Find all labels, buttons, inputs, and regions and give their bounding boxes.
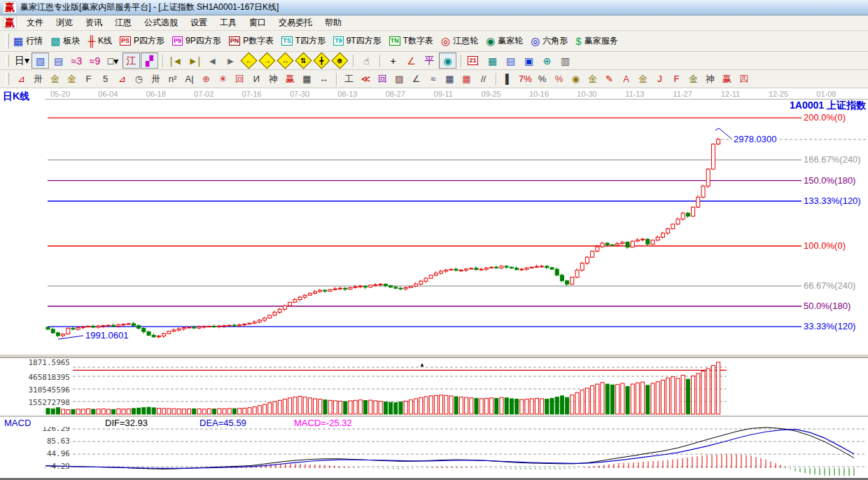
gold-circle-tool[interactable]: ◉ [568, 71, 584, 86]
line-batch-tool[interactable]: 卅 [148, 71, 164, 86]
time-cycle-tool[interactable]: ◷ [131, 71, 147, 86]
hand-tool-button[interactable]: ☝ [358, 53, 375, 69]
calendar-button[interactable]: 21 [465, 53, 483, 69]
period-day-button[interactable]: 日▾ [13, 53, 31, 69]
info-panel-button[interactable]: ▤ [50, 53, 67, 69]
percent-lines-tool[interactable]: % [551, 71, 567, 86]
gann-wheel-button[interactable]: ◎江恩轮 [441, 35, 478, 47]
memo-button[interactable]: ▤ [502, 53, 519, 69]
9p-square-button[interactable]: P99P四方形 [172, 35, 221, 47]
circle-cross-tool[interactable]: ⊕ [198, 71, 214, 86]
panel-separator[interactable] [0, 354, 868, 358]
shaded-frame-tool[interactable]: ▨ [391, 71, 407, 86]
j-angle-tool[interactable]: J [652, 71, 668, 86]
menu-item-0[interactable]: 文件 [20, 15, 50, 30]
f-lines-tool[interactable]: F [80, 71, 97, 86]
ying-angle-tool[interactable]: 赢 [719, 71, 735, 86]
angle-fan-tool[interactable]: ∠ [408, 71, 424, 86]
shen-angle-tool[interactable]: 神 [702, 71, 718, 86]
parallel-lines-tool[interactable]: // [475, 71, 491, 86]
macd-title[interactable]: MACD [4, 418, 31, 428]
gann-sheet-button[interactable]: 江 [122, 53, 140, 69]
web-update-button[interactable]: ⊕ [538, 53, 556, 69]
sectors-button[interactable]: ▩板块 [50, 35, 80, 47]
gann-tool-button[interactable]: 平 [421, 53, 438, 69]
menu-item-6[interactable]: 工具 [214, 15, 243, 30]
percent-red-tool[interactable]: 7% [517, 71, 533, 86]
calculator-button[interactable]: ▦ [484, 53, 501, 69]
wave-3-button[interactable]: ≈3 [68, 53, 85, 69]
ying-lines-tool[interactable]: 赢 [282, 71, 298, 86]
winner-service-button[interactable]: $赢家服务 [575, 35, 617, 47]
p-square-button[interactable]: PSP四方形 [120, 35, 164, 47]
t-table-button[interactable]: TNT数字表 [389, 35, 433, 47]
menu-item-7[interactable]: 窗口 [243, 15, 272, 30]
prev-bar-button[interactable]: ◄ [204, 53, 221, 69]
wave-mark-tool[interactable]: И [248, 71, 265, 86]
full-view-button[interactable]: ⊕ [331, 53, 349, 69]
purple-frame-tool[interactable]: 回 [374, 71, 391, 86]
menu-item-1[interactable]: 浏览 [50, 15, 79, 30]
n-square-tool[interactable]: n² [164, 71, 181, 86]
mirror-line-tool[interactable]: A| [181, 71, 197, 86]
gold-angle-tool[interactable]: 金 [635, 71, 651, 86]
last-bar-button[interactable]: ►| [186, 53, 203, 69]
hexagon-button[interactable]: ◎六角形 [531, 35, 568, 47]
gold-lines-2-tool[interactable]: 金 [64, 71, 80, 86]
next-bar-button[interactable]: ► [222, 53, 239, 69]
wave-v-tool[interactable]: ≈ [425, 71, 441, 86]
menu-item-2[interactable]: 资讯 [79, 15, 108, 30]
red-compass-tool[interactable]: ⊿ [114, 71, 130, 86]
wave-a-tool[interactable]: A [618, 71, 634, 86]
expand-y-button[interactable]: ⇅ [295, 53, 312, 69]
star-rays-tool[interactable]: ✳ [215, 71, 231, 86]
save-button[interactable]: ▣ [520, 53, 538, 69]
menu-item-5[interactable]: 设置 [184, 15, 214, 30]
square-spiral-tool[interactable]: 回 [232, 71, 248, 86]
angle-tool-button[interactable]: ∠ [402, 53, 420, 69]
menu-item-3[interactable]: 江恩 [108, 15, 138, 30]
kline-button[interactable]: ╫K线 [88, 35, 112, 47]
quotes-button[interactable]: ▦行情 [13, 35, 43, 47]
menu-item-4[interactable]: 公式选股 [138, 15, 184, 30]
p-table-button[interactable]: PNP数字表 [229, 35, 274, 47]
9t-square-button[interactable]: T99T四方形 [333, 35, 382, 47]
first-bar-button[interactable]: |◄ [167, 53, 185, 69]
angle-ruler-tool[interactable]: ⊿ [13, 71, 29, 86]
radial-fan-tool[interactable]: ≪ [358, 71, 374, 86]
remote-service-button[interactable]: ▥ [556, 53, 574, 69]
color-histogram-button[interactable]: ▞ [141, 53, 158, 69]
shift-right-button[interactable]: → [258, 53, 276, 69]
winner-wheel-button[interactable]: ◉赢家轮 [486, 35, 523, 47]
toolbar-grip[interactable] [6, 73, 9, 85]
span-measure-tool[interactable]: ↔ [316, 71, 332, 86]
menu-item-8[interactable]: 交易委托 [272, 15, 318, 30]
shift-left-button[interactable]: ← [240, 53, 258, 69]
percent-tool[interactable]: % [534, 71, 550, 86]
gold-bars-tool[interactable]: 金 [584, 71, 601, 86]
price-grid-tool[interactable]: ▦ [299, 71, 315, 86]
pen-mark-tool[interactable]: ✎ [601, 71, 617, 86]
smart-brain-button[interactable]: ◉ [439, 53, 456, 69]
crosshair-tool-button[interactable]: + [384, 53, 402, 69]
frame-measure-tool[interactable]: 工 [341, 71, 357, 86]
shen-lines-tool[interactable]: 神 [265, 71, 281, 86]
wave-9-button[interactable]: ≈9 [86, 53, 104, 69]
f-angle-tool[interactable]: F [668, 71, 685, 86]
si-angle-tool[interactable]: 四 [736, 71, 752, 86]
grid-red-tool[interactable]: ▦ [458, 71, 475, 86]
five-lines-tool[interactable]: 5 [97, 71, 113, 86]
ratio-bars-tool[interactable]: ▌ [500, 71, 517, 86]
t-square-button[interactable]: TST四方形 [281, 35, 326, 47]
expand-x-button[interactable]: ↔ [276, 53, 294, 69]
gold-angle-2-tool[interactable]: 金 [685, 71, 701, 86]
zoom-window-button[interactable]: ▧ [31, 53, 49, 69]
grid-dark-tool[interactable]: ▦ [442, 71, 458, 86]
gold-lines-1-tool[interactable]: 金 [47, 71, 63, 86]
toolbar-grip[interactable] [6, 34, 9, 48]
toolbar-grip[interactable] [6, 55, 9, 67]
candle-style-button[interactable]: □▾ [104, 53, 122, 69]
expand-all-button[interactable]: ╋ [313, 53, 330, 69]
menu-item-9[interactable]: 帮助 [318, 15, 348, 30]
gann-lines-tool[interactable]: 卅 [30, 71, 46, 86]
